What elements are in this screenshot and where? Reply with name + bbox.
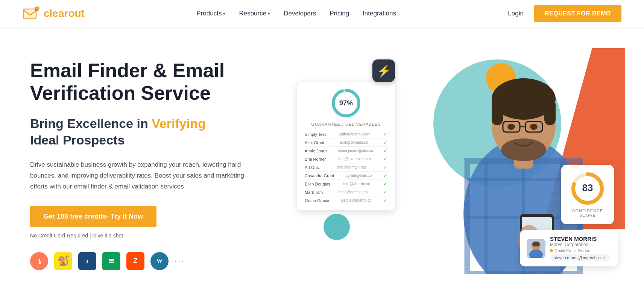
svg-rect-11 bbox=[113, 259, 114, 263]
email-verified-icon: ✓ bbox=[603, 255, 606, 260]
list-item: Ellen Douglasinfo@abcsite.co✓ bbox=[305, 180, 387, 188]
svg-rect-47 bbox=[532, 242, 540, 246]
person-card: STEVEN MORRIS Marvel Corporation Quick E… bbox=[520, 230, 618, 267]
email-list: Simply Testauthor@gmail.com✓ Alex Granta… bbox=[305, 130, 387, 204]
nav-item-products[interactable]: Products ▾ bbox=[196, 10, 225, 17]
deliverability-ring: 97% bbox=[331, 88, 361, 118]
hero-title: Email Finder & Email Verification Servic… bbox=[30, 59, 293, 105]
svg-rect-28 bbox=[492, 99, 503, 125]
promptly-icon[interactable]: › bbox=[78, 252, 96, 270]
nav-item-resource[interactable]: Resource ▾ bbox=[239, 10, 270, 17]
svg-point-34 bbox=[507, 124, 515, 130]
nav-item-integrations[interactable]: Integrations bbox=[363, 10, 396, 17]
confidence-score-card: 83 CONFIDENCESCORE bbox=[561, 165, 614, 224]
svg-text:97%: 97% bbox=[339, 99, 353, 107]
person-company: Marvel Corporation bbox=[550, 242, 610, 247]
service-dot-icon bbox=[550, 249, 553, 252]
hero-left: Email Finder & Email Verification Servic… bbox=[30, 59, 293, 270]
integrations-bar: 🐒 › Z W ··· bbox=[30, 252, 293, 270]
hero-subtitle-plain: Bring Excellence in bbox=[30, 116, 152, 131]
svg-text:W: W bbox=[156, 258, 163, 264]
list-item: Annie Jonesannie.james@abc.co✓ bbox=[305, 147, 387, 155]
hero-section: Email Finder & Email Verification Servic… bbox=[0, 27, 644, 295]
hero-subtitle: Bring Excellence in Verifying Ideal Pros… bbox=[30, 115, 293, 148]
guaranteed-deliverables-card: 97% GUARANTEED DELIVERABLES Simply Testa… bbox=[297, 82, 395, 210]
person-service: Quick Email Finder bbox=[550, 248, 610, 253]
svg-rect-10 bbox=[111, 259, 112, 263]
resource-chevron-icon: ▾ bbox=[268, 11, 270, 16]
svg-point-35 bbox=[530, 124, 538, 130]
hero-subtitle-highlight: Verifying bbox=[152, 116, 206, 131]
nav-item-pricing[interactable]: Pricing bbox=[330, 10, 349, 17]
person-avatar bbox=[527, 239, 545, 258]
resource-link[interactable]: Resource ▾ bbox=[239, 10, 270, 17]
list-item: Grace Garciagarcia@examp.co✓ bbox=[305, 196, 387, 204]
svg-text:83: 83 bbox=[582, 182, 593, 193]
list-item: Casandra Grantcgrant@mail.co✓ bbox=[305, 172, 387, 180]
nav-links: Products ▾ Resource ▾ Developers Pricing… bbox=[196, 10, 396, 17]
navbar: clearout Products ▾ Resource ▾ Developer… bbox=[0, 0, 644, 27]
list-item: Simply Testauthor@gmail.com✓ bbox=[305, 130, 387, 138]
hero-description: Drive sustainable business growth by exp… bbox=[30, 160, 248, 192]
lightning-icon: ⚡ bbox=[377, 64, 391, 78]
google-sheets-icon[interactable] bbox=[102, 252, 120, 270]
developers-link[interactable]: Developers bbox=[284, 10, 316, 17]
hero-subtitle-end: Ideal Prospects bbox=[30, 133, 125, 147]
hero-right-visual: 97% GUARANTEED DELIVERABLES Simply Testa… bbox=[293, 52, 621, 278]
zapier-icon[interactable]: Z bbox=[126, 252, 144, 270]
score-ring: 83 bbox=[571, 172, 605, 205]
nav-item-developers[interactable]: Developers bbox=[284, 10, 316, 17]
hubspot-icon[interactable] bbox=[30, 252, 48, 270]
bg-teal-small-circle bbox=[324, 214, 350, 240]
person-name: STEVEN MORRIS bbox=[550, 236, 610, 242]
cta-subtext: No Credit Card Required | Give it a shot bbox=[30, 233, 293, 239]
list-item: Bria Hornerbria@example.com✓ bbox=[305, 155, 387, 163]
svg-rect-0 bbox=[23, 9, 36, 19]
lightning-card: ⚡ bbox=[372, 59, 395, 82]
deliverables-label: GUARANTEED DELIVERABLES bbox=[305, 122, 387, 126]
person-email: steven.morris@marvel.co ✓ bbox=[550, 254, 610, 261]
cta-button[interactable]: Get 100 free credits- Try It Now bbox=[30, 206, 156, 227]
list-item: Art Ortizinfo@domain.net✓ bbox=[305, 163, 387, 172]
pricing-link[interactable]: Pricing bbox=[330, 10, 349, 17]
logo-text: clearout bbox=[44, 8, 85, 20]
wordpress-icon[interactable]: W bbox=[150, 252, 169, 270]
svg-rect-29 bbox=[544, 99, 556, 125]
more-integrations-icon[interactable]: ··· bbox=[175, 256, 184, 266]
svg-point-30 bbox=[501, 138, 546, 161]
products-link[interactable]: Products ▾ bbox=[196, 10, 225, 17]
nav-right: Login REQUEST FOR DEMO bbox=[508, 5, 621, 22]
logo-icon bbox=[23, 6, 41, 21]
integrations-link[interactable]: Integrations bbox=[363, 10, 396, 17]
logo[interactable]: clearout bbox=[23, 6, 85, 21]
mailchimp-icon[interactable]: 🐒 bbox=[54, 252, 72, 270]
confidence-score-label: CONFIDENCESCORE bbox=[570, 208, 606, 217]
list-item: Alex Grantapril@domain.co✓ bbox=[305, 138, 387, 147]
demo-button[interactable]: REQUEST FOR DEMO bbox=[534, 5, 621, 22]
svg-point-3 bbox=[36, 6, 39, 10]
list-item: Mark Tomhello@domain.co✓ bbox=[305, 188, 387, 196]
products-chevron-icon: ▾ bbox=[223, 11, 225, 16]
svg-rect-9 bbox=[109, 259, 109, 263]
person-card-info: STEVEN MORRIS Marvel Corporation Quick E… bbox=[550, 236, 610, 262]
login-link[interactable]: Login bbox=[508, 10, 524, 17]
